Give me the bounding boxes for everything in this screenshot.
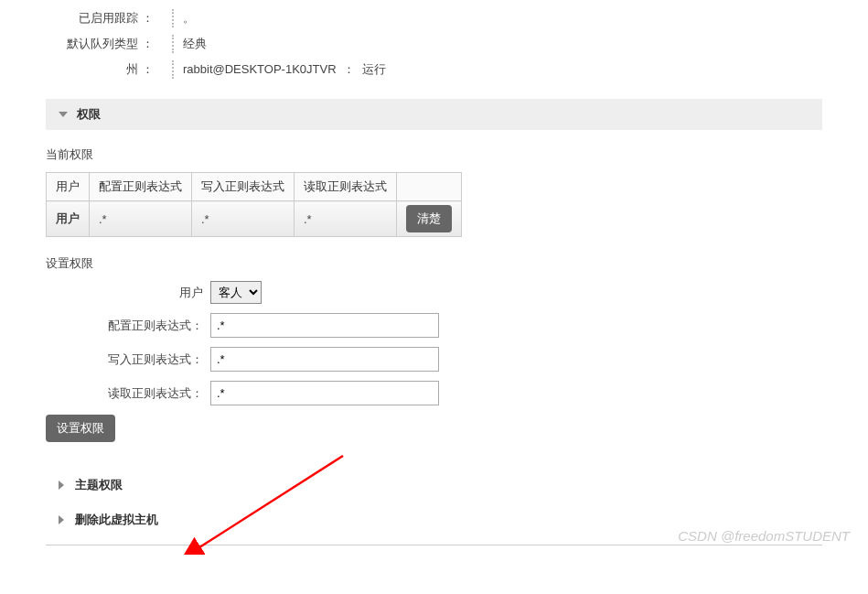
separator: [172, 60, 174, 79]
cell-config: .*: [90, 201, 192, 237]
set-permission-button[interactable]: 设置权限: [46, 415, 115, 442]
th-actions: [397, 173, 462, 201]
form-row-read: 读取正则表达式：: [46, 381, 822, 405]
cell-read: .*: [295, 201, 397, 237]
chevron-down-icon: [59, 112, 68, 117]
cell-actions: 清楚: [397, 201, 462, 237]
separator: [172, 9, 174, 27]
user-select[interactable]: 客人: [210, 281, 262, 304]
chevron-right-icon: [59, 481, 64, 490]
detail-value: 经典: [183, 36, 207, 52]
node-status: 运行: [362, 62, 386, 76]
cell-user: 用户: [47, 201, 90, 237]
collapse-title: 删除此虚拟主机: [75, 512, 158, 528]
set-permissions-label: 设置权限: [46, 255, 822, 272]
detail-label: 默认队列类型：: [46, 36, 163, 52]
clear-button[interactable]: 清楚: [406, 205, 452, 232]
form-label-config: 配置正则表达式：: [46, 318, 210, 334]
form-label-read: 读取正则表达式：: [46, 385, 210, 402]
th-user: 用户: [47, 173, 90, 201]
th-config: 配置正则表达式: [90, 173, 192, 201]
watermark: CSDN @freedomSTUDENT: [678, 528, 850, 544]
current-permissions-label: 当前权限: [46, 146, 822, 163]
config-regex-input[interactable]: [210, 313, 439, 338]
th-read: 读取正则表达式: [295, 173, 397, 201]
separator: [172, 35, 174, 53]
chevron-right-icon: [59, 515, 64, 524]
divider: [46, 545, 822, 545]
section-title: 权限: [77, 106, 101, 123]
table-header-row: 用户 配置正则表达式 写入正则表达式 读取正则表达式: [47, 173, 462, 201]
detail-row-tracking: 已启用跟踪： 。: [46, 9, 822, 27]
read-regex-input[interactable]: [210, 381, 439, 405]
write-regex-input[interactable]: [210, 347, 439, 372]
permissions-table: 用户 配置正则表达式 写入正则表达式 读取正则表达式 用户 .* .* .* 清…: [46, 172, 462, 237]
detail-label: 州：: [46, 61, 163, 78]
cell-write: .*: [192, 201, 295, 237]
detail-value: rabbit@DESKTOP-1K0JTVR ： 运行: [183, 61, 386, 78]
detail-row-state: 州： rabbit@DESKTOP-1K0JTVR ： 运行: [46, 60, 822, 79]
detail-label: 已启用跟踪：: [46, 10, 163, 27]
form-row-write: 写入正则表达式：: [46, 347, 822, 372]
permissions-section-header[interactable]: 权限: [46, 99, 822, 130]
form-row-user: 用户 客人: [46, 281, 822, 304]
collapse-title: 主题权限: [75, 477, 123, 493]
detail-row-queue: 默认队列类型： 经典: [46, 35, 822, 53]
table-row: 用户 .* .* .* 清楚: [47, 201, 462, 237]
detail-value: 。: [183, 10, 195, 27]
form-row-config: 配置正则表达式：: [46, 313, 822, 338]
node-name: rabbit@DESKTOP-1K0JTVR: [183, 62, 337, 76]
form-label-user: 用户: [46, 285, 210, 301]
topic-permissions-section[interactable]: 主题权限: [46, 468, 822, 502]
form-label-write: 写入正则表达式：: [46, 351, 210, 368]
th-write: 写入正则表达式: [192, 173, 295, 201]
